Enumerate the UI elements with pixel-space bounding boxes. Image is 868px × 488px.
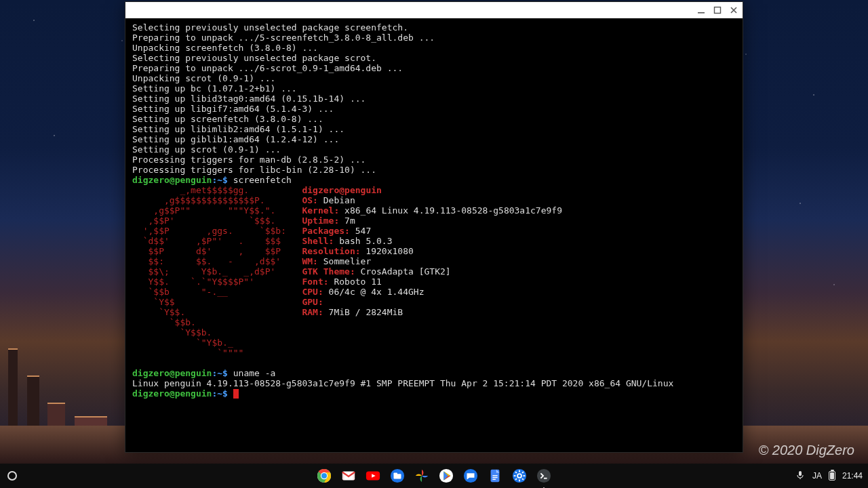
messages-icon[interactable] — [463, 468, 478, 483]
apt-line: Setting up bc (1.07.1-2+b1) ... — [132, 83, 297, 94]
system-tray[interactable]: JA 21:44 — [795, 470, 863, 483]
sf-label: CPU: — [302, 287, 323, 297]
ascii-line: ,$$P' `$$$. — [132, 216, 302, 226]
sf-value: Debian — [318, 195, 355, 205]
sf-value: Roboto 11 — [329, 277, 382, 287]
apt-line: Selecting previously unselected package … — [132, 22, 408, 33]
command-text: uname -a — [233, 368, 276, 378]
ascii-line: $$\; Y$b._ _,d$P' — [132, 266, 302, 277]
sf-host: penguin — [344, 185, 382, 195]
sf-value: x86_64 Linux 4.19.113-08528-g5803a1c7e9f… — [339, 205, 562, 216]
sf-label: Kernel: — [302, 205, 339, 216]
ime-language[interactable]: JA — [812, 471, 822, 481]
prompt-user: digzero — [132, 368, 170, 378]
prompt-host: penguin — [175, 368, 212, 378]
launcher-icon — [7, 471, 17, 481]
command-text: screenfetch — [233, 175, 292, 185]
sf-value — [323, 297, 329, 307]
sf-label: OS: — [302, 195, 317, 205]
uname-output: Linux penguin 4.19.113-08528-g5803a1c7e9… — [132, 378, 673, 388]
sf-label: WM: — [302, 256, 317, 266]
files-icon[interactable] — [390, 468, 405, 483]
youtube-icon[interactable] — [366, 468, 380, 483]
ascii-line: `$$b "-.__ — [132, 287, 302, 297]
apt-line: Unpacking screenfetch (3.8.0-8) ... — [132, 43, 318, 53]
apt-line: Processing triggers for libc-bin (2.28-1… — [132, 165, 376, 175]
prompt-host: penguin — [175, 175, 212, 185]
ascii-line: `Y$$. — [132, 307, 302, 317]
play-store-icon[interactable] — [439, 468, 454, 483]
gmail-icon[interactable] — [341, 468, 356, 483]
battery-icon[interactable] — [829, 471, 835, 481]
shelf-apps — [317, 468, 551, 483]
svg-rect-16 — [492, 479, 496, 480]
terminal-cursor — [233, 389, 239, 399]
sf-label: RAM: — [302, 307, 323, 317]
mic-icon[interactable] — [795, 470, 806, 483]
ascii-line: `Y$$ — [132, 297, 302, 307]
maximize-button[interactable] — [713, 5, 722, 15]
apt-line: Preparing to unpack .../5-screenfetch_3.… — [132, 33, 435, 43]
ascii-line: $$: $$. - ,d$$' — [132, 256, 302, 266]
sf-label: GPU: — [302, 297, 323, 307]
minimize-button[interactable] — [696, 5, 706, 15]
apt-line: Setting up libgif7:amd64 (5.1.4-3) ... — [132, 104, 334, 114]
sf-value: 547 — [350, 226, 371, 236]
ascii-line: `d$$' ,$P"' . $$$ — [132, 236, 302, 246]
prompt-path: :~$ — [212, 175, 233, 185]
prompt-host: penguin — [175, 388, 212, 399]
sf-label: Shell: — [302, 236, 334, 246]
sf-label: Uptime: — [302, 216, 339, 226]
ascii-line: `Y$$b. — [132, 327, 302, 338]
chrome-icon[interactable] — [317, 468, 332, 483]
terminal-window: Selecting previously unselected package … — [125, 1, 743, 453]
apt-line: Setting up libimlib2:amd64 (1.5.1-1) ... — [132, 124, 344, 134]
sf-value: 06/4c @ 4x 1.44GHz — [323, 287, 425, 297]
apt-line: Setting up scrot (0.9-1) ... — [132, 144, 281, 155]
docs-icon[interactable] — [488, 468, 502, 483]
sf-label: GTK Theme: — [302, 266, 355, 277]
sf-label: Resolution: — [302, 246, 360, 256]
chromeos-shelf: JA 21:44 — [0, 464, 868, 488]
settings-icon[interactable] — [512, 468, 527, 483]
ascii-line: $$P d$' , $$P — [132, 246, 302, 256]
prompt-user: digzero — [132, 388, 170, 399]
svg-rect-29 — [799, 471, 802, 476]
apt-line: Preparing to unpack .../6-scrot_0.9-1_am… — [132, 63, 403, 73]
sf-value: Sommelier — [318, 256, 371, 266]
photos-icon[interactable] — [414, 468, 429, 483]
apt-line: Setting up giblib1:amd64 (1.2.4-12) ... — [132, 134, 339, 144]
ascii-line: `"Y$b._ — [132, 338, 302, 348]
sf-value: 1920x1080 — [361, 246, 414, 256]
sf-label: Font: — [302, 277, 328, 287]
svg-rect-0 — [698, 12, 705, 14]
sf-value: 7m — [339, 216, 355, 226]
launcher-button[interactable] — [0, 464, 24, 488]
svg-rect-1 — [715, 7, 721, 14]
apt-line: Unpacking scrot (0.9-1) ... — [132, 73, 275, 83]
ascii-line: ,g$$$$$$$$$$$$$$$P. — [132, 195, 302, 205]
sf-value: bash 5.0.3 — [334, 236, 392, 246]
sf-value: 7MiB / 2824MiB — [323, 307, 403, 317]
prompt-path: :~$ — [212, 368, 233, 378]
ascii-line: ',$$P ,ggs. `$$b: — [132, 226, 302, 236]
svg-rect-14 — [492, 475, 497, 476]
apt-line: Processing triggers for man-db (2.8.5-2)… — [132, 155, 366, 165]
ascii-line: `$$b. — [132, 317, 302, 327]
prompt-user: digzero — [132, 175, 170, 185]
terminal-output[interactable]: Selecting previously unselected package … — [125, 18, 743, 452]
ascii-line: _,met$$$$$gg. — [132, 185, 302, 195]
apt-line: Selecting previously unselected package … — [132, 53, 376, 63]
ascii-line: `"""" — [132, 348, 302, 358]
ascii-line: Y$$. `.`"Y$$$$P"' — [132, 277, 302, 287]
sf-label: Packages: — [302, 226, 349, 236]
close-button[interactable] — [729, 5, 738, 15]
sf-user: digzero — [302, 185, 339, 195]
watermark-text: © 2020 DigZero — [759, 443, 854, 458]
svg-rect-9 — [394, 474, 401, 479]
apt-line: Setting up libid3tag0:amd64 (0.15.1b-14)… — [132, 94, 366, 104]
terminal-app-icon[interactable] — [536, 468, 551, 483]
sf-value: CrosAdapta [GTK2] — [355, 266, 451, 277]
prompt-path: :~$ — [212, 388, 233, 399]
clock[interactable]: 21:44 — [842, 471, 863, 481]
